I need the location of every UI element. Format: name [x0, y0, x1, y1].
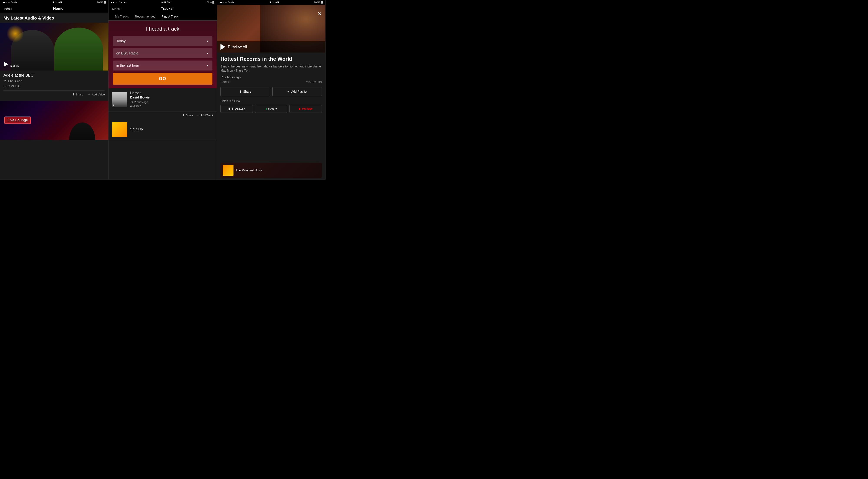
play-button-1[interactable]	[3, 61, 9, 67]
bottom-card[interactable]: The Resident Noise	[220, 163, 322, 178]
detail-track-count: 295 TRACKS	[306, 81, 322, 84]
video-thumbnail-1	[0, 23, 108, 70]
action-row-1: ⬆ Share ＋ Add Video	[3, 91, 105, 98]
bottom-card-title: The Resident Noise	[236, 168, 320, 172]
play-triangle-1	[4, 62, 8, 66]
detail-time-ago: 2 hours ago	[225, 75, 241, 79]
status-time-1: 9:41 AM	[53, 1, 62, 4]
track-share-btn-heroes[interactable]: ⬆ Share	[182, 113, 193, 117]
deezer-btn[interactable]: ▐▌▐▌ DEEZER	[220, 105, 253, 113]
spotify-icon: ●	[266, 107, 267, 110]
status-time-2: 9:41 AM	[161, 1, 170, 4]
track-source-heroes: 6 MUSIC	[130, 105, 213, 108]
tab-find-a-track[interactable]: Find A Track	[159, 12, 181, 21]
battery-3: 100%	[314, 1, 320, 4]
track-info-heroes: Heroes David Bowie ⏱ 2 mins ago 6 MUSIC	[130, 91, 213, 108]
duration-badge-1: 5 MINS	[10, 64, 19, 67]
action-btn-row: ⬆ Share ＋ Add Playlist	[220, 87, 322, 96]
status-bar-2: ●●○○○ Carrier 9:41 AM 100% ▓	[108, 0, 217, 5]
meta-row-1: ⏱ 1 hour ago	[3, 79, 105, 83]
share-playlist-btn[interactable]: ⬆ Share	[220, 87, 270, 96]
status-left-3: ●●○○○ Carrier	[220, 1, 235, 4]
tab-my-tracks[interactable]: My Tracks	[112, 12, 132, 21]
panel-home: ●●○○○ Carrier 9:41 AM 100% ▓ Menu Home M…	[0, 0, 108, 180]
add-icon-1: ＋	[88, 92, 91, 96]
battery-1: 100%	[97, 1, 103, 4]
preview-text: Preview All	[228, 45, 247, 49]
add-video-label-1: Add Video	[92, 93, 105, 96]
preview-overlay[interactable]: Preview All	[217, 41, 325, 53]
hero-image: ✕ Preview All	[217, 5, 325, 53]
video-card-1[interactable]: 5 MINS	[0, 23, 108, 70]
youtube-btn[interactable]: ▶ YouTube	[289, 105, 322, 113]
listen-via-label: Listen in full via…	[220, 99, 322, 103]
track-artwork-bowie	[112, 92, 127, 107]
status-right-1: 100% ▓	[97, 1, 106, 4]
content-info-1: Adele at the BBC ⏱ 1 hour ago BBC MUSIC …	[0, 70, 108, 101]
detail-description: Simply the best new music from dance ban…	[220, 64, 322, 73]
dropdown-station[interactable]: on BBC Radio ▼	[113, 49, 212, 58]
panel-tracks: ●●○○○ Carrier 9:41 AM 100% ▓ Menu Tracks…	[108, 0, 217, 180]
track-meta-heroes: ⏱ 2 mins ago	[130, 100, 213, 104]
track-name-heroes: Heroes	[130, 91, 213, 95]
status-right-2: 100% ▓	[206, 1, 214, 4]
dropdown-station-arrow: ▼	[206, 52, 209, 55]
section-header-1: My Latest Audio & Video	[0, 12, 108, 23]
status-bar-3: ●●○○○ Carrier 9:41 AM 100% ▓	[217, 0, 325, 5]
clock-icon-1: ⏱	[3, 79, 6, 83]
battery-2: 100%	[206, 1, 212, 4]
track-actions-heroes: ⬆ Share ＋ Add Track	[108, 111, 217, 119]
go-button[interactable]: GO	[113, 73, 212, 85]
dropdown-time-arrow: ▼	[206, 64, 209, 67]
carrier-1: ●●○○○ Carrier	[3, 1, 18, 4]
dropdown-time-value: in the last hour	[116, 64, 139, 67]
add-playlist-btn[interactable]: ＋ Add Playlist	[272, 87, 322, 96]
tabs-bar: My Tracks Recommended Find A Track	[108, 12, 217, 21]
spotify-btn[interactable]: ● Spotify	[255, 105, 287, 113]
menu-btn-2[interactable]: Menu	[112, 7, 120, 11]
track-item-heroes[interactable]: Heroes David Bowie ⏱ 2 mins ago 6 MUSIC	[108, 88, 217, 111]
spotlight-effect	[6, 25, 24, 42]
close-button[interactable]: ✕	[317, 11, 322, 17]
youtube-label: YouTube	[302, 107, 313, 110]
status-bar-1: ●●○○○ Carrier 9:41 AM 100% ▓	[0, 0, 108, 5]
live-lounge-sign: Live Lounge	[4, 117, 31, 124]
detail-content: Hottest Records in the World Simply the …	[217, 53, 325, 163]
nav-bar-1: Menu Home	[0, 5, 108, 12]
track-info-shutup: Shut Up	[130, 127, 213, 132]
preview-play-icon	[220, 44, 225, 50]
track-item-shutup[interactable]: Shut Up	[108, 119, 217, 140]
track-artist-bowie: David Bowie	[130, 95, 213, 99]
add-label-heroes: Add Track	[200, 114, 213, 117]
detail-source: RADIO 1	[220, 81, 231, 84]
status-right-3: 100% ▓	[314, 1, 323, 4]
share-label-1: Share	[76, 93, 84, 96]
track-artwork-shutup	[112, 122, 127, 137]
clock-icon-heroes: ⏱	[130, 100, 133, 104]
nav-bar-2: Menu Tracks	[108, 5, 217, 12]
source-1: BBC MUSIC	[3, 84, 105, 90]
track-play-bowie	[113, 104, 115, 106]
time-ago-1: 1 hour ago	[8, 79, 22, 83]
track-list: Heroes David Bowie ⏱ 2 mins ago 6 MUSIC …	[108, 88, 217, 180]
battery-icon-1: ▓	[104, 1, 106, 4]
dropdown-time[interactable]: in the last hour ▼	[113, 61, 212, 70]
menu-btn-1[interactable]: Menu	[3, 7, 12, 11]
deezer-label: DEEZER	[235, 107, 245, 110]
carrier-3: ●●○○○ Carrier	[220, 1, 235, 4]
find-track-title: I heard a track	[113, 26, 212, 32]
carrier-2: ●●○○○ Carrier	[111, 1, 126, 4]
dropdown-when-arrow: ▼	[206, 40, 209, 43]
share-btn-1[interactable]: ⬆ Share	[72, 92, 84, 96]
add-playlist-icon: ＋	[287, 90, 290, 94]
add-icon-heroes: ＋	[196, 113, 199, 117]
dropdown-when[interactable]: Today ▼	[113, 36, 212, 46]
dropdown-when-value: Today	[116, 39, 126, 43]
status-left-1: ●●○○○ Carrier	[3, 1, 18, 4]
track-add-btn-heroes[interactable]: ＋ Add Track	[196, 113, 213, 117]
tab-recommended[interactable]: Recommended	[132, 12, 159, 21]
share-icon-heroes: ⬆	[182, 114, 185, 117]
video-card-2[interactable]: Live Lounge	[0, 101, 108, 140]
add-video-btn-1[interactable]: ＋ Add Video	[88, 92, 105, 96]
spotify-label: Spotify	[268, 107, 277, 110]
